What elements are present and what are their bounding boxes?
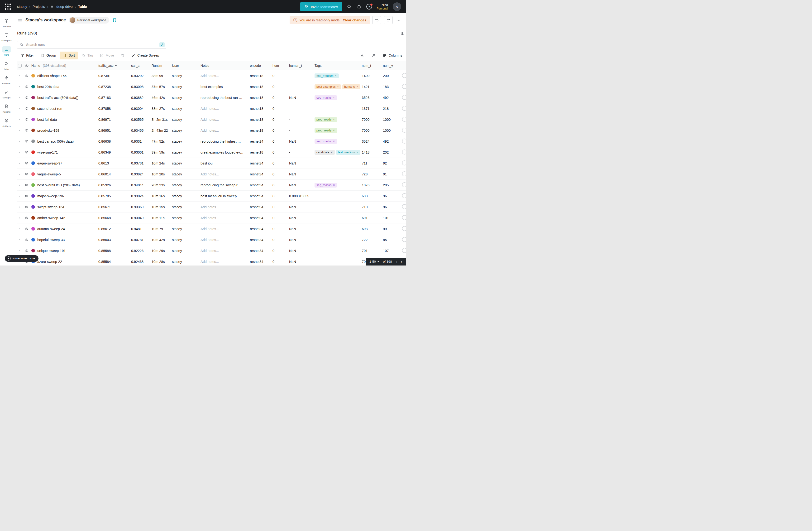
run-name-cell[interactable]: best overall IOU (20% data): [31, 183, 98, 187]
run-name[interactable]: autumn-sweep-24: [37, 227, 65, 231]
notes-cell[interactable]: Add notes...: [201, 129, 250, 132]
notes-cell[interactable]: Add notes...: [201, 118, 250, 121]
move-button[interactable]: Move: [97, 52, 117, 59]
tag-button[interactable]: Tag: [78, 52, 96, 59]
invite-teammates-button[interactable]: Invite teammates: [300, 2, 342, 11]
breadcrumb-entity[interactable]: stacey: [17, 5, 27, 9]
table-row[interactable]: wise-sun-1710.863490.9306139m 59sstaceyg…: [17, 147, 406, 158]
visibility-toggle[interactable]: [25, 216, 31, 220]
tag-remove-icon[interactable]: ✕: [337, 85, 339, 88]
run-name-cell[interactable]: unique-sweep-191: [31, 249, 98, 253]
run-name-cell[interactable]: amber-sweep-142: [31, 216, 98, 220]
sort-button[interactable]: Sort: [60, 52, 78, 59]
tag-pill[interactable]: test_medium✕: [336, 150, 360, 155]
run-name-cell[interactable]: eager-sweep-97: [31, 161, 98, 165]
tag-pill[interactable]: seg_masks✕: [315, 183, 337, 188]
run-name-cell[interactable]: hopeful-sweep-33: [31, 238, 98, 242]
run-name[interactable]: azure-sweep-22: [37, 260, 62, 263]
run-name-cell[interactable]: second-best-run: [31, 107, 98, 111]
table-row[interactable]: major-sweep-1960.857050.9302410m 16sstac…: [17, 191, 406, 202]
run-name[interactable]: best overall IOU (20% data): [37, 183, 80, 187]
table-row[interactable]: best traffic acc (50% data))0.871830.938…: [17, 92, 406, 103]
table-row[interactable]: vague-sweep-50.860140.9392410m 20sstacey…: [17, 169, 406, 180]
wandb-logo-icon[interactable]: [5, 3, 11, 10]
column-header-num-v[interactable]: num_v: [383, 64, 402, 68]
visibility-toggle[interactable]: [25, 172, 31, 176]
notes-cell[interactable]: best examples: [201, 85, 250, 89]
visibility-toggle[interactable]: [25, 205, 31, 209]
column-header-encoder[interactable]: encode: [250, 64, 273, 68]
sidebar-item-artifacts[interactable]: Artifacts: [0, 116, 13, 129]
column-header-name[interactable]: Name (398 visualized): [31, 64, 98, 68]
sidebar-item-workspace[interactable]: Workspace: [0, 30, 13, 43]
avatar[interactable]: N: [393, 2, 401, 11]
table-row[interactable]: efficient-shape-1560.873910.9329238m 9ss…: [17, 70, 406, 81]
tag-pill[interactable]: best examples✕: [315, 84, 341, 89]
undo-button[interactable]: [372, 16, 381, 24]
table-row[interactable]: proud-sky-1580.869510.934552h 43m 22stac…: [17, 125, 406, 136]
table-row[interactable]: azure-sweep-220.855840.9243810m 28sstace…: [17, 256, 406, 266]
tag-pill[interactable]: seg_masks✕: [315, 95, 337, 100]
table-row[interactable]: second-best-run0.870580.9300438m 27sstac…: [17, 103, 406, 114]
notes-cell[interactable]: best mean iou in sweep: [201, 194, 250, 198]
table-row[interactable]: eager-sweep-970.86130.9373110m 24sstacey…: [17, 158, 406, 169]
next-page-icon[interactable]: ›: [401, 259, 402, 264]
run-name-cell[interactable]: best traffic acc (50% data)): [31, 96, 98, 100]
column-header-user[interactable]: User: [172, 64, 201, 68]
column-header-num-t[interactable]: num_t: [362, 64, 383, 68]
run-name[interactable]: vague-sweep-5: [37, 172, 61, 176]
run-name[interactable]: best traffic acc (50% data)): [37, 96, 78, 100]
run-name[interactable]: second-best-run: [37, 107, 62, 111]
table-row[interactable]: swept-sweep-1640.856710.9336910m 15sstac…: [17, 202, 406, 213]
table-row[interactable]: best car acc (50% data)0.866380.933147m …: [17, 136, 406, 147]
tag-pill[interactable]: candidate✕: [315, 150, 335, 155]
table-row[interactable]: best full data0.869710.935653h 2m 31ssta…: [17, 114, 406, 125]
notes-cell[interactable]: reproducing the sweep r…: [201, 183, 250, 187]
run-name[interactable]: wise-sun-171: [37, 150, 58, 154]
notes-cell[interactable]: Add notes...: [201, 107, 250, 111]
more-options-icon[interactable]: [395, 18, 402, 23]
table-row[interactable]: hopeful-sweep-330.856030.9078110m 42ssta…: [17, 234, 406, 245]
run-name-cell[interactable]: major-sweep-196: [31, 194, 98, 198]
column-header-notes[interactable]: Notes: [201, 64, 250, 68]
select-all-checkbox[interactable]: [17, 64, 25, 68]
run-name-cell[interactable]: proud-sky-158: [31, 129, 98, 132]
run-name[interactable]: hopeful-sweep-33: [37, 238, 64, 242]
visibility-all-icon[interactable]: [25, 64, 31, 68]
sidebar-item-overview[interactable]: Overview: [0, 16, 13, 29]
tag-pill[interactable]: prod_ready✕: [315, 128, 337, 133]
notes-cell[interactable]: Add notes...: [201, 205, 250, 209]
visibility-toggle[interactable]: [25, 238, 31, 242]
tag-remove-icon[interactable]: ✕: [335, 74, 337, 77]
sidebar-item-reports[interactable]: Reports: [0, 102, 13, 115]
run-name-cell[interactable]: best full data: [31, 118, 98, 121]
visibility-toggle[interactable]: [25, 161, 31, 165]
magic-wand-icon[interactable]: [370, 52, 377, 59]
column-header-hum[interactable]: hum: [273, 64, 289, 68]
notes-cell[interactable]: Add notes...: [201, 260, 250, 263]
run-name[interactable]: proud-sky-158: [37, 129, 59, 132]
column-header-car-a[interactable]: car_a: [131, 64, 151, 68]
previous-page-icon[interactable]: ‹: [396, 259, 397, 264]
run-name-cell[interactable]: azure-sweep-22: [31, 260, 98, 263]
bookmark-icon[interactable]: [112, 18, 117, 22]
column-header-traffic-acc[interactable]: traffic_acc: [98, 64, 131, 68]
visibility-toggle[interactable]: [25, 117, 31, 121]
help-icon[interactable]: [366, 4, 372, 10]
notes-cell[interactable]: Add notes...: [201, 216, 250, 220]
column-header-tags[interactable]: Tags: [315, 64, 362, 68]
run-name[interactable]: amber-sweep-142: [37, 216, 65, 220]
tag-remove-icon[interactable]: ✕: [333, 96, 335, 99]
user-meta[interactable]: Nico Personal: [377, 3, 388, 11]
column-header-human-id[interactable]: human_i: [289, 64, 315, 68]
clear-changes-link[interactable]: Clear changes: [343, 18, 366, 22]
sidebar-item-sweeps[interactable]: Sweeps: [0, 87, 13, 100]
run-name[interactable]: best 20% data: [37, 85, 59, 89]
tag-remove-icon[interactable]: ✕: [356, 85, 358, 88]
run-name-cell[interactable]: vague-sweep-5: [31, 172, 98, 176]
regex-toggle-button[interactable]: .*: [159, 42, 165, 47]
visibility-toggle[interactable]: [25, 74, 31, 78]
page-size-dropdown[interactable]: 1-50: [369, 260, 379, 263]
notes-cell[interactable]: Add notes...: [201, 227, 250, 231]
visibility-toggle[interactable]: [25, 96, 31, 100]
